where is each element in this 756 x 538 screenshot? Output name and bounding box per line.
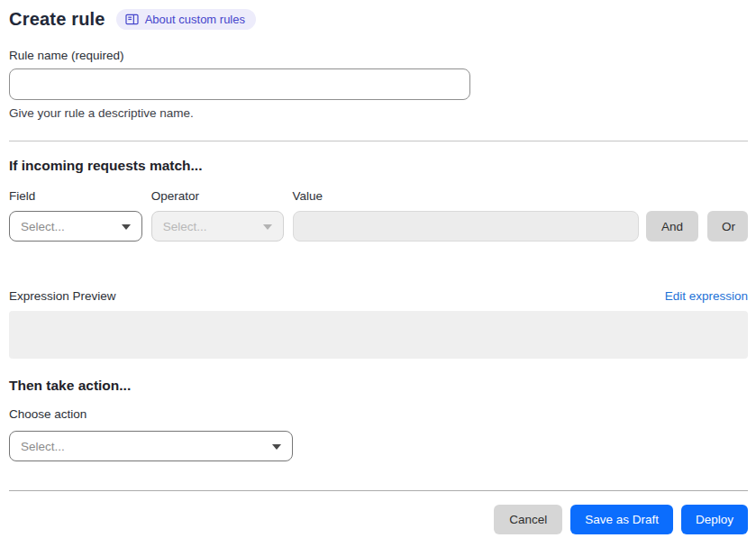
- rule-name-label: Rule name (required): [9, 49, 748, 62]
- page-header: Create rule About custom rules: [9, 9, 748, 30]
- field-select-value: Select...: [21, 220, 65, 233]
- choose-action-select-value: Select...: [21, 440, 65, 453]
- value-column: Value: [293, 189, 639, 242]
- action-section-heading: Then take action...: [9, 378, 748, 394]
- footer-actions: Cancel Save as Draft Deploy: [9, 505, 748, 534]
- value-label: Value: [293, 189, 639, 203]
- footer-divider: [9, 490, 748, 491]
- book-icon: [125, 14, 139, 25]
- chevron-down-icon: [263, 224, 272, 230]
- or-button[interactable]: Or: [707, 211, 748, 242]
- section-divider: [9, 141, 748, 141]
- about-custom-rules-badge[interactable]: About custom rules: [116, 9, 256, 30]
- edit-expression-link[interactable]: Edit expression: [665, 289, 748, 303]
- match-row: Field Select... Operator Select... Value…: [9, 189, 748, 242]
- choose-action-select[interactable]: Select...: [9, 431, 293, 461]
- rule-name-helper: Give your rule a descriptive name.: [9, 106, 748, 120]
- match-section-heading: If incoming requests match...: [9, 158, 748, 174]
- deploy-button[interactable]: Deploy: [681, 505, 748, 534]
- choose-action-label: Choose action: [9, 407, 748, 421]
- operator-select[interactable]: Select...: [151, 211, 284, 242]
- create-rule-page: Create rule About custom rules Rule name…: [0, 0, 756, 534]
- and-button[interactable]: And: [646, 211, 698, 242]
- page-title: Create rule: [9, 9, 105, 30]
- expression-preview-box: [9, 311, 748, 359]
- expression-preview-label: Expression Preview: [9, 289, 116, 303]
- field-label: Field: [9, 189, 142, 203]
- value-input[interactable]: [293, 211, 639, 242]
- chevron-down-icon: [122, 224, 131, 230]
- expression-preview-row: Expression Preview Edit expression: [9, 289, 748, 303]
- save-as-draft-button[interactable]: Save as Draft: [570, 505, 673, 534]
- field-select[interactable]: Select...: [9, 211, 142, 242]
- cancel-button[interactable]: Cancel: [494, 505, 562, 534]
- field-column: Field Select...: [9, 189, 142, 242]
- operator-select-value: Select...: [163, 220, 207, 233]
- badge-label: About custom rules: [145, 13, 245, 26]
- rule-name-input[interactable]: [9, 68, 470, 100]
- chevron-down-icon: [272, 444, 281, 450]
- operator-label: Operator: [151, 189, 284, 203]
- operator-column: Operator Select...: [151, 189, 284, 242]
